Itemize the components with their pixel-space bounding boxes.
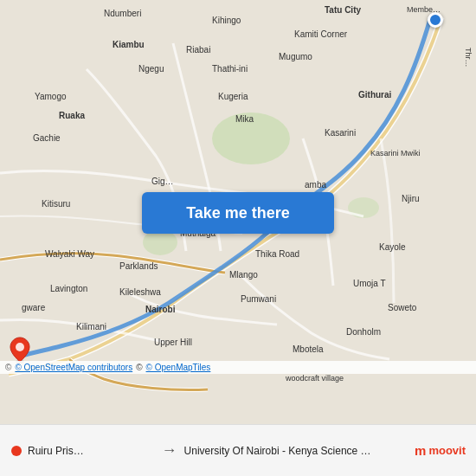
label-kasarini: Kasarini [325,128,356,138]
moovit-brand-label: moovit [428,444,466,457]
openstreetmap-link[interactable]: © OpenStreetMap contributors [15,363,132,372]
label-kiambu: Kiambu [113,40,145,49]
origin-pin [9,336,31,363]
from-dot-icon [10,445,23,457]
attribution-bar: © © OpenStreetMap contributors © © OpenM… [0,361,476,374]
copyright-symbol: © [5,363,11,372]
label-tatu-city: Tatu City [325,5,361,15]
label-umoja: Umoja T [353,279,386,288]
map-container: Ndumberi Kihingo Tatu City Kamiti Corner… [0,0,476,424]
label-thr: Thr… [464,48,473,68]
bottom-bar: Ruiru Pris… → University Of Nairobi - Ke… [0,424,476,476]
label-riabai: Riabai [186,45,210,55]
moovit-m-icon: m [415,443,426,458]
label-mika: Mika [235,114,254,124]
label-membe: Membe… [407,5,441,14]
label-kitisuru: Kitisuru [42,199,70,209]
label-gware: gware [22,303,45,312]
label-ndumberi: Ndumberi [104,9,141,18]
route-from: Ruiru Pris… [10,445,155,457]
label-kamiti-corner: Kamiti Corner [294,29,347,39]
label-gig: Gig… [151,177,174,186]
label-yamogo: Yamogo [35,92,67,101]
label-donholm: Donholm [346,327,381,337]
label-nairobi: Nairobi [145,305,175,314]
svg-point-5 [16,343,24,351]
route-to: University Of Nairobi - Kenya Science … [184,445,415,457]
label-ruaka: Ruaka [59,111,85,120]
take-me-there-button[interactable]: Take me there [142,192,334,234]
label-soweto: Soweto [388,303,416,312]
svg-point-6 [11,446,22,456]
label-kugeria: Kugeria [218,92,248,101]
route-arrow-icon: → [155,441,184,460]
label-parklands: Parklands [119,261,158,271]
label-kihingo: Kihingo [212,16,241,25]
label-njiru: Njiru [402,194,420,203]
label-pumwani: Pumwani [241,294,276,304]
label-woodcraft: woodcraft village [286,374,344,383]
openmaptiles-link[interactable]: © OpenMapTiles [146,363,211,372]
label-kasarini-mwiki: Kasarini Mwiki [370,149,421,158]
moovit-logo: m moovit [415,443,466,458]
label-gachie: Gachie [33,133,61,143]
label-upper-hill: Upper Hill [154,338,192,347]
to-label: University Of Nairobi - Kenya Science … [184,445,371,457]
destination-pin [428,12,443,28]
label-thika-road: Thika Road [255,249,299,259]
label-lavington: Lavington [50,284,87,293]
label-mlango: Mlango [229,270,258,280]
attribution-separator: © [136,363,142,372]
label-kilimani: Kilimani [76,322,106,331]
label-walyaki-way: Walyaki Way [45,249,94,259]
from-label: Ruiru Pris… [28,445,84,457]
label-kayole: Kayole [379,242,406,252]
label-ngegu: Ngegu [138,64,164,74]
label-mbotela: Mbotela [293,344,324,354]
label-thathi-ini: Thathi-ini [212,64,248,74]
label-amba: amba [305,180,326,190]
label-githurai: Githurai [358,90,391,100]
label-mugumo: Mugumo [279,52,312,61]
label-kileleshwa: Kileleshwa [119,287,161,297]
